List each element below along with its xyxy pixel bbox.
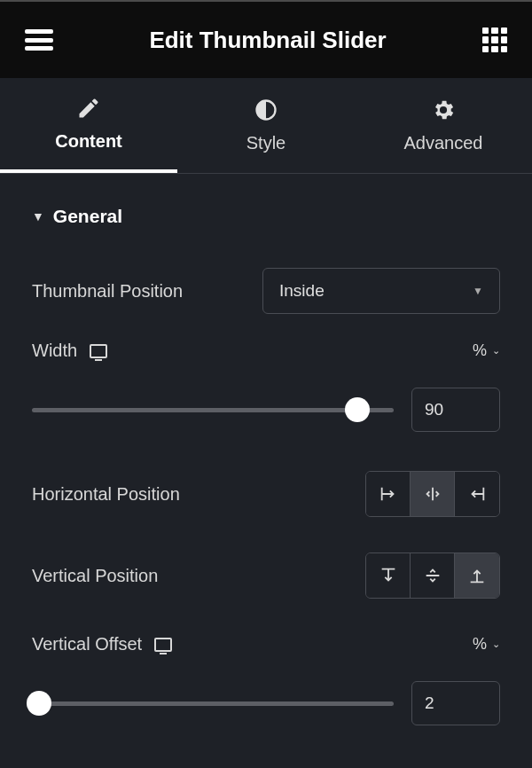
- horizontal-position-label: Horizontal Position: [32, 484, 180, 505]
- vertical-offset-label: Vertical Offset: [32, 634, 142, 654]
- desktop-icon[interactable]: [154, 638, 172, 652]
- chevron-down-icon: ▼: [473, 285, 483, 297]
- panel-title: Edit Thumbnail Slider: [149, 27, 386, 54]
- vertical-offset-input[interactable]: [411, 681, 500, 725]
- thumbnail-position-value: Inside: [279, 281, 325, 301]
- width-unit: %: [473, 341, 487, 360]
- menu-icon[interactable]: [25, 29, 53, 51]
- align-bottom-icon: [467, 566, 487, 585]
- chevron-down-icon: ⌄: [492, 639, 500, 650]
- width-input[interactable]: [411, 388, 500, 432]
- align-right-button[interactable]: [455, 472, 499, 516]
- align-bottom-button[interactable]: [455, 553, 499, 598]
- align-right-icon: [467, 484, 487, 504]
- vertical-position-group: [365, 552, 500, 599]
- width-slider[interactable]: [32, 408, 394, 412]
- thumbnail-position-select[interactable]: Inside ▼: [262, 268, 500, 314]
- vertical-offset-slider-thumb[interactable]: [27, 691, 51, 716]
- vertical-position-label: Vertical Position: [32, 566, 158, 586]
- tab-advanced[interactable]: Advanced: [355, 78, 532, 173]
- align-middle-icon: [423, 566, 442, 585]
- thumbnail-position-label: Thumbnail Position: [32, 281, 183, 302]
- horizontal-position-group: [365, 471, 500, 517]
- align-middle-button[interactable]: [411, 553, 455, 598]
- section-general-label: General: [53, 206, 122, 227]
- apps-icon[interactable]: [482, 27, 507, 52]
- tabs: Content Style Advanced: [0, 78, 532, 174]
- align-left-icon: [379, 484, 398, 504]
- vertical-offset-slider[interactable]: [32, 701, 394, 706]
- caret-down-icon: ▼: [32, 209, 44, 223]
- pencil-icon: [76, 96, 101, 121]
- section-general-header[interactable]: ▼ General: [32, 206, 500, 227]
- tab-style[interactable]: Style: [177, 78, 355, 173]
- contrast-icon: [254, 98, 278, 122]
- align-center-icon: [423, 484, 442, 504]
- tab-style-label: Style: [246, 133, 286, 153]
- vertical-offset-unit-selector[interactable]: % ⌄: [473, 635, 500, 654]
- vertical-offset-unit: %: [473, 635, 487, 654]
- width-slider-thumb[interactable]: [345, 397, 370, 422]
- width-label: Width: [32, 341, 77, 361]
- chevron-down-icon: ⌄: [492, 345, 500, 357]
- tab-advanced-label: Advanced: [404, 133, 483, 153]
- width-unit-selector[interactable]: % ⌄: [473, 341, 500, 360]
- tab-content[interactable]: Content: [0, 78, 177, 173]
- gear-icon: [431, 98, 456, 122]
- desktop-icon[interactable]: [90, 344, 107, 358]
- tab-content-label: Content: [55, 131, 122, 152]
- align-top-button[interactable]: [366, 553, 411, 598]
- align-top-icon: [379, 566, 398, 585]
- align-center-button[interactable]: [411, 472, 455, 516]
- align-left-button[interactable]: [366, 472, 411, 516]
